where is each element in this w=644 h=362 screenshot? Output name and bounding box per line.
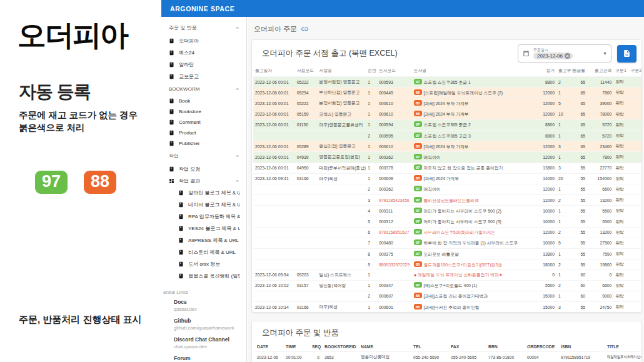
status-badge: 97 (414, 229, 422, 234)
link-icon[interactable] (301, 25, 309, 33)
cell: 1 (366, 280, 377, 291)
cell (629, 109, 641, 119)
sidebar-item[interactable]: 작업 결과 (161, 175, 246, 187)
cell: 1 (366, 109, 377, 119)
cell: 55 (570, 163, 587, 173)
sidebar-item-label: Bookstore (179, 109, 201, 114)
chevron-up-icon[interactable] (234, 178, 240, 184)
sidebar-item-label: 작업 요청 (179, 166, 200, 173)
sidebar-item[interactable]: RPA 업무자동화 제목 & URL (161, 211, 246, 223)
cell: 0 (587, 270, 613, 280)
cell: 000312 (377, 216, 412, 227)
sidebar-item-label: A9PRESS 제목 & URL (188, 237, 239, 244)
cell: 위탁 (613, 280, 628, 291)
sidebar-item[interactable]: Bookstore (161, 106, 246, 117)
order-date-picker[interactable]: 주문일자 2023-12-06 × ▼ (518, 44, 611, 63)
sidebar-link[interactable]: Githubgithub.com/quasarframework (174, 318, 246, 331)
cell: 5 (366, 216, 377, 227)
cell: 2 (556, 195, 570, 206)
book-title: [과세] 2024 부자 가계부 (424, 144, 469, 149)
sidebar-item[interactable]: 알라딘 (161, 59, 246, 71)
chevron-up-icon[interactable] (234, 153, 240, 159)
status-badge: 97 (414, 251, 422, 256)
chevron-up-icon[interactable] (234, 25, 240, 31)
cell: 05203 (295, 270, 318, 280)
table-row: 2023-12-06 00:0101150파주)영풍문고물류센터10005949… (253, 119, 642, 130)
sidebar-item[interactable]: Publisher (161, 138, 246, 149)
cell: 88월드퍼즐150스도쿠+미로찾기(SET)전3권 (412, 259, 536, 270)
cell: 05159 (295, 109, 318, 119)
calendar-icon[interactable] (523, 50, 530, 57)
cell: 1 (366, 163, 377, 173)
book-title: 하루에 한 장 기적의 두뇌퍼즐 (1) 사무라이 스도쿠 (424, 241, 518, 245)
cell: 5720 (587, 130, 613, 141)
status-badge: 88 (414, 175, 422, 181)
dropdown-arrow-icon[interactable]: ▼ (603, 51, 607, 56)
sidebar-item[interactable]: A9PRESS 제목 & URL (161, 234, 246, 246)
date-chip[interactable]: 2023-12-06 × (533, 53, 573, 59)
cell: 000610 (377, 141, 412, 152)
sidebar-item-label: RPA 업무자동화 제목 & URL (188, 213, 240, 220)
sidebar-link[interactable]: Discord Chat Channelchat.quasar.dev (174, 336, 246, 349)
sidebar-item[interactable]: 티스토리 제목 & URL (161, 246, 246, 258)
cell: 창고 (641, 301, 642, 312)
status-badge: 97 (414, 154, 422, 159)
table-row: 9880933297222988월드퍼즐150스도쿠+미로찾기(SET)전3권1… (253, 259, 642, 270)
cell: 55 (570, 249, 587, 259)
sidebar-item[interactable]: Book (161, 96, 246, 106)
cell: 12000 (536, 227, 556, 238)
sidebar-item[interactable]: YES24 블로그 제목 & URL (161, 223, 246, 234)
sidebar-item-label: Publisher (179, 141, 199, 146)
cell: 7 (366, 238, 377, 248)
sidebar-link[interactable]: Docsquasar.dev (174, 299, 246, 312)
chevron-up-icon[interactable] (234, 86, 240, 92)
sidebar-item[interactable]: 알라딘 블로그 제목 & URL (161, 187, 246, 199)
cell: 파주)영풍문고물류센터 (317, 119, 366, 130)
book-icon (178, 202, 184, 208)
column-header: SEQ (309, 341, 322, 352)
sidebar-item[interactable]: 오더피아 (161, 35, 246, 47)
cell (253, 206, 295, 216)
sidebar-item[interactable]: Product (161, 128, 246, 138)
cell: 위탁 (613, 195, 628, 206)
sidebar-item[interactable]: Comment (161, 117, 246, 128)
export-csv-button[interactable] (617, 45, 636, 63)
column-header: ORDERCODE (525, 341, 558, 352)
column-header: 구분1 (613, 65, 628, 77)
book-title: 오리로보 배틀로얄 (424, 252, 459, 256)
sidebar-link[interactable]: Forumforum.quasar.dev (174, 355, 246, 362)
sidebar-item[interactable]: 예스24 (161, 47, 246, 59)
sidebar-item[interactable]: 봄봄스쿨 옥션랭킹 (일반등록) (161, 270, 246, 282)
cell: 04939 (295, 152, 318, 163)
cell: 1 (556, 88, 570, 98)
clear-icon[interactable]: × (565, 53, 570, 59)
cell (295, 259, 318, 270)
cell: 24750 (587, 301, 613, 312)
book-title: [과세]더커진 추억의 종이인형 (424, 305, 480, 309)
sidebar-item[interactable]: 네이버 블로그 제목 & URL (161, 199, 246, 211)
page-title: 오더피아 주문 (254, 24, 297, 34)
table-row: 2023-12-06 00:0105294부산하단점) 영풍문고10004498… (253, 88, 642, 98)
cell: 2 (366, 291, 377, 301)
sidebar-link-label: Docs (174, 299, 246, 305)
date-value: 2023-12-06 (537, 53, 563, 59)
cell: 12000 (536, 98, 556, 109)
sidebar-item[interactable]: 작업 요청 (161, 163, 246, 175)
cell: 05222 (295, 77, 318, 88)
sidebar-item[interactable]: 교보문고 (161, 71, 246, 83)
sidebar-menu: 주문 및 반품오더피아예스24알라딘교보문고BOOKWORMBookBookst… (161, 21, 246, 282)
status-badge: 97 (414, 208, 422, 213)
cell: 55 (570, 216, 587, 227)
table-row: 2023-12-06 09:5405203일신) 스피드북스1●매일매일 두뇌 … (253, 270, 642, 280)
status-badge: 88 (414, 100, 422, 106)
sidebar-item[interactable]: 도서 onix 정보 (161, 258, 246, 270)
table-row: 2023-12-06 10:0203157당신동)책어랑100034797[제]… (253, 280, 642, 291)
cell (629, 141, 641, 152)
cell: 12000 (536, 184, 556, 194)
sidebar-links: Docsquasar.devGithubgithub.com/quasarfra… (161, 299, 246, 362)
orders-table: DATETIMESEQBOOKSTOREIDNAMETELFAXBRNORDER… (254, 341, 642, 362)
cell (253, 249, 295, 259)
cell: 5 (556, 238, 570, 248)
orders-table-header-row: DATETIMESEQBOOKSTOREIDNAMETELFAXBRNORDER… (254, 341, 642, 352)
cell: 위탁 (613, 130, 628, 141)
